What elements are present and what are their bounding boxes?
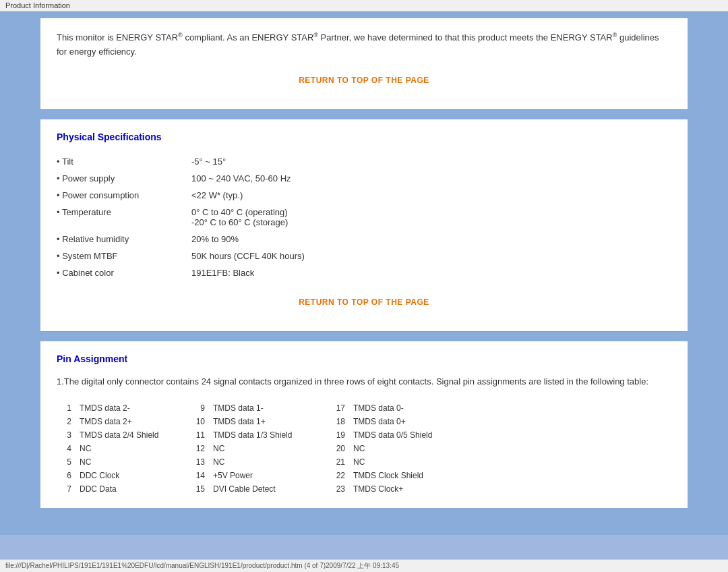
physical-specs-title: Physical Specifications bbox=[57, 132, 671, 142]
pin-label-1: TMDS data 2- bbox=[75, 401, 190, 415]
pin-num-1: 3 bbox=[57, 428, 75, 442]
spec-label: • Cabinet color bbox=[57, 264, 191, 281]
pin-num-3: 18 bbox=[330, 415, 349, 428]
return-to-top-link-1[interactable]: RETURN TO TOP OF THE PAGE bbox=[57, 76, 671, 85]
spec-value: 20% to 90% bbox=[191, 231, 671, 248]
spec-row: • Power consumption<22 W* (typ.) bbox=[57, 187, 671, 204]
pin-label-2: NC bbox=[209, 442, 330, 455]
spec-label: • Tilt bbox=[57, 153, 191, 170]
pin-num-3: 19 bbox=[330, 428, 349, 442]
pin-label-3: TMDS Clock Shield bbox=[349, 469, 671, 482]
pin-num-3: 17 bbox=[330, 401, 349, 415]
status-path: file:///D|/Rachel/PHILIPS/191E1/191E1%20… bbox=[5, 562, 399, 569]
main-content: This monitor is ENERGY STAR® compliant. … bbox=[0, 11, 728, 535]
spec-row: • Tilt-5° ~ 15° bbox=[57, 153, 671, 170]
pin-num-1: 1 bbox=[57, 401, 75, 415]
spec-value: -5° ~ 15° bbox=[191, 153, 671, 170]
pin-row: 5NC13NC21NC bbox=[57, 455, 671, 469]
pin-assignment-title: Pin Assignment bbox=[57, 353, 671, 364]
pin-num-2: 13 bbox=[190, 455, 209, 469]
pin-label-2: DVI Cable Detect bbox=[209, 482, 330, 496]
spec-label: • Relative humidity bbox=[57, 231, 191, 248]
return-link-1-container: RETURN TO TOP OF THE PAGE bbox=[57, 59, 671, 97]
top-bar: Product Information bbox=[0, 0, 728, 11]
spec-label: • Power consumption bbox=[57, 187, 191, 204]
physical-specs-bg: Physical Specifications • Tilt-5° ~ 15°•… bbox=[40, 110, 688, 331]
pin-label-3: TMDS data 0+ bbox=[349, 415, 671, 428]
pin-num-3: 22 bbox=[330, 469, 349, 482]
pin-num-1: 6 bbox=[57, 469, 75, 482]
pin-label-2: +5V Power bbox=[209, 469, 330, 482]
pin-label-2: TMDS data 1+ bbox=[209, 415, 330, 428]
spec-label: • Temperature bbox=[57, 204, 191, 231]
pin-row: 7DDC Data15DVI Cable Detect23TMDS Clock+ bbox=[57, 482, 671, 496]
pin-num-1: 7 bbox=[57, 482, 75, 496]
pin-label-3: TMDS data 0/5 Shield bbox=[349, 428, 671, 442]
pin-num-1: 2 bbox=[57, 415, 75, 428]
pin-row: 3TMDS data 2/4 Shield11TMDS data 1/3 Shi… bbox=[57, 428, 671, 442]
pin-label-1: DDC Data bbox=[75, 482, 190, 496]
pin-label-3: TMDS Clock+ bbox=[349, 482, 671, 496]
spec-label: • Power supply bbox=[57, 170, 191, 187]
pin-description: 1.The digital only connector contains 24… bbox=[57, 375, 671, 389]
pin-row: 6DDC Clock14+5V Power22TMDS Clock Shield bbox=[57, 469, 671, 482]
energy-star-text: This monitor is ENERGY STAR® compliant. … bbox=[57, 30, 671, 59]
pin-num-3: 23 bbox=[330, 482, 349, 496]
pin-assignment-bg: Pin Assignment 1.The digital only connec… bbox=[40, 332, 688, 509]
pin-num-2: 11 bbox=[190, 428, 209, 442]
pin-label-3: NC bbox=[349, 455, 671, 469]
return-link-2-container: RETURN TO TOP OF THE PAGE bbox=[57, 281, 671, 319]
spec-value: 100 ~ 240 VAC, 50-60 Hz bbox=[191, 170, 671, 187]
pin-num-2: 15 bbox=[190, 482, 209, 496]
spec-row: • System MTBF50K hours (CCFL 40K hours) bbox=[57, 248, 671, 264]
pin-row: 2TMDS data 2+10TMDS data 1+18TMDS data 0… bbox=[57, 415, 671, 428]
pin-row: 1TMDS data 2-9TMDS data 1-17TMDS data 0- bbox=[57, 401, 671, 415]
pin-label-1: NC bbox=[75, 442, 190, 455]
pin-label-1: TMDS data 2+ bbox=[75, 415, 190, 428]
pin-label-3: NC bbox=[349, 442, 671, 455]
pin-assignment-section: Pin Assignment 1.The digital only connec… bbox=[40, 341, 688, 509]
spec-row: • Temperature0° C to 40° C (operating)-2… bbox=[57, 204, 671, 231]
spec-row: • Power supply100 ~ 240 VAC, 50-60 Hz bbox=[57, 170, 671, 187]
specs-table: • Tilt-5° ~ 15°• Power supply100 ~ 240 V… bbox=[57, 153, 671, 281]
status-bar: file:///D|/Rachel/PHILIPS/191E1/191E1%20… bbox=[0, 559, 728, 572]
spec-row: • Cabinet color191E1FB: Black bbox=[57, 264, 671, 281]
spec-label: • System MTBF bbox=[57, 248, 191, 264]
return-to-top-link-2[interactable]: RETURN TO TOP OF THE PAGE bbox=[57, 297, 671, 307]
pin-num-2: 14 bbox=[190, 469, 209, 482]
spec-value: 191E1FB: Black bbox=[191, 264, 671, 281]
pin-num-3: 21 bbox=[330, 455, 349, 469]
pin-num-2: 12 bbox=[190, 442, 209, 455]
pin-label-2: TMDS data 1/3 Shield bbox=[209, 428, 330, 442]
pin-num-3: 20 bbox=[330, 442, 349, 455]
pin-label-2: NC bbox=[209, 455, 330, 469]
pin-label-2: TMDS data 1- bbox=[209, 401, 330, 415]
spec-value: <22 W* (typ.) bbox=[191, 187, 671, 204]
pin-num-1: 4 bbox=[57, 442, 75, 455]
top-bar-title: Product Information bbox=[5, 1, 70, 9]
pin-num-2: 10 bbox=[190, 415, 209, 428]
pin-num-1: 5 bbox=[57, 455, 75, 469]
pin-table: 1TMDS data 2-9TMDS data 1-17TMDS data 0-… bbox=[57, 401, 671, 496]
pin-row: 4NC12NC20NC bbox=[57, 442, 671, 455]
pin-num-2: 9 bbox=[190, 401, 209, 415]
pin-label-1: TMDS data 2/4 Shield bbox=[75, 428, 190, 442]
energy-star-section: This monitor is ENERGY STAR® compliant. … bbox=[40, 18, 688, 109]
pin-label-1: DDC Clock bbox=[75, 469, 190, 482]
pin-label-1: NC bbox=[75, 455, 190, 469]
physical-specs-section: Physical Specifications • Tilt-5° ~ 15°•… bbox=[40, 119, 688, 331]
pin-label-3: TMDS data 0- bbox=[349, 401, 671, 415]
spec-value: 0° C to 40° C (operating)-20° C to 60° C… bbox=[191, 204, 671, 231]
spec-row: • Relative humidity20% to 90% bbox=[57, 231, 671, 248]
spec-value: 50K hours (CCFL 40K hours) bbox=[191, 248, 671, 264]
